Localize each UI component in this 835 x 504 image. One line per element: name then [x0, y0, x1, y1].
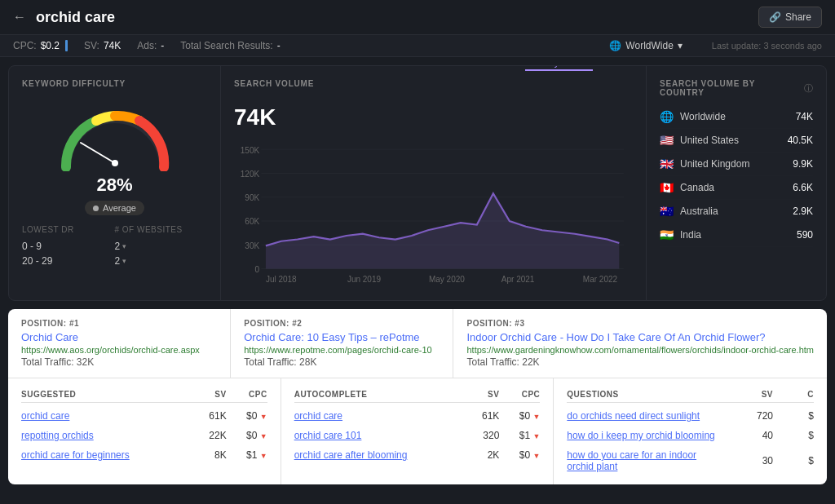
country-list: 🌐 Worldwide 74K 🇺🇸 United States 40.5K 🇬…: [660, 105, 813, 247]
svg-text:0: 0: [255, 265, 260, 274]
gauge-svg: [58, 98, 172, 171]
cpc-value: $1 ▼: [499, 430, 540, 441]
svg-text:120K: 120K: [241, 170, 260, 179]
average-badge: Average: [85, 201, 144, 215]
svg-text:60K: 60K: [245, 217, 259, 226]
suggested-section: SUGGESTED SV CPC orchid care 61K $0 ▼ re…: [8, 378, 281, 484]
cpc-value: $: [773, 430, 814, 441]
dr-row: 0 - 9 2 ▾: [22, 239, 207, 254]
svg-text:Mar 2022: Mar 2022: [583, 275, 618, 284]
country-row: 🇦🇺 Australia 2.9K: [660, 200, 813, 223]
cpc-value: $0 ▼: [227, 410, 267, 422]
avg-dot: [93, 206, 99, 211]
bottom-section: POSITION: #1 Orchid Care https://www.aos…: [8, 309, 827, 484]
position-traffic: Total Traffic: 22K: [466, 356, 814, 368]
sv-value: 720: [724, 410, 773, 422]
table-row: orchid care 61K $0 ▼: [294, 406, 541, 426]
table-row: orchid care for beginners 8K $1 ▼: [21, 445, 267, 465]
share-button[interactable]: 🔗 Share: [758, 7, 822, 28]
table-row: repotting orchids 22K $0 ▼: [21, 426, 267, 445]
cpc-value: $0 ▼: [499, 410, 540, 422]
keyword-link[interactable]: orchid care: [294, 410, 451, 422]
chevron-down-icon: ▾: [678, 40, 683, 51]
positions-row: POSITION: #1 Orchid Care https://www.aos…: [8, 309, 827, 378]
country-row: 🇨🇦 Canada 6.6K: [660, 176, 813, 200]
keyword-link[interactable]: orchid care 101: [294, 430, 451, 441]
trend-arrow: ▼: [260, 452, 267, 460]
cpc-value: $: [773, 455, 814, 466]
dr-table-header: LOWEST DR # OF WEBSITES: [22, 225, 207, 234]
main-top-grid: KEYWORD DIFFICULTY 28% Average: [8, 65, 827, 301]
country-flag: 🌐: [660, 110, 674, 123]
sv-number: 74K: [234, 104, 633, 130]
keyword-link[interactable]: how do i keep my orchid blooming: [567, 430, 724, 441]
svg-text:Jun 2019: Jun 2019: [347, 275, 381, 284]
questions-section: QUESTIONS SV C do orchids need direct su…: [554, 378, 827, 484]
sv-value: 40: [724, 430, 773, 441]
sv-value: 61K: [450, 410, 499, 422]
sv-stat: SV: 74K: [84, 40, 121, 51]
country-flag: 🇦🇺: [660, 205, 674, 218]
tab-monthly[interactable]: Monthly Search: [525, 65, 593, 71]
table-row: orchid care after blooming 2K $0 ▼: [294, 445, 541, 465]
gauge-percent: 28%: [96, 175, 132, 196]
autocomplete-rows: orchid care 61K $0 ▼ orchid care 101 320…: [294, 406, 541, 465]
country-flag: 🇺🇸: [660, 134, 674, 147]
total-stat: Total Search Results: -: [180, 40, 280, 51]
position-title[interactable]: Orchid Care: 10 Easy Tips – rePotme: [244, 331, 419, 343]
country-flag: 🇬🇧: [660, 157, 674, 170]
sv-tabs: Monthly Search Trends: [525, 65, 633, 71]
trend-arrow: ▼: [532, 452, 540, 460]
sv-title: SEARCH VOLUME: [234, 79, 314, 88]
suggested-header: SUGGESTED SV CPC: [21, 387, 267, 403]
top-right-actions: 🔗 Share: [758, 7, 822, 28]
sv-value: 320: [450, 430, 499, 441]
dr-count: 2 ▾: [115, 255, 208, 267]
tab-trends[interactable]: Trends: [603, 65, 633, 71]
last-update-label: Last update: 3 seconds ago: [712, 41, 822, 51]
keyword-link[interactable]: orchid care: [21, 410, 178, 422]
autocomplete-header: AUTOCOMPLETE SV CPC: [294, 387, 541, 403]
position-title[interactable]: Orchid Care: [21, 331, 78, 343]
position-title[interactable]: Indoor Orchid Care - How Do I Take Care …: [466, 331, 765, 343]
kd-title: KEYWORD DIFFICULTY: [22, 79, 207, 88]
svg-point-1: [112, 160, 118, 166]
country-name: Worldwide: [680, 111, 789, 122]
trend-arrow: ▼: [532, 413, 540, 421]
country-name: Australia: [680, 206, 786, 217]
position-traffic: Total Traffic: 28K: [244, 356, 440, 368]
position-label: POSITION: #2: [244, 319, 440, 328]
country-value: 74K: [796, 111, 813, 122]
sv-value: 61K: [178, 410, 227, 422]
country-row: 🇺🇸 United States 40.5K: [660, 129, 813, 153]
svg-text:Apr 2021: Apr 2021: [501, 275, 535, 284]
cpc-value: $0 ▼: [227, 430, 267, 441]
ads-stat: Ads: -: [137, 40, 164, 51]
svg-text:90K: 90K: [245, 193, 259, 202]
search-volume-panel: SEARCH VOLUME Monthly Search Trends 74K …: [221, 66, 647, 300]
position-traffic: Total Traffic: 32K: [21, 356, 217, 368]
dr-table: LOWEST DR # OF WEBSITES 0 - 9 2 ▾ 20 - 2…: [22, 225, 207, 268]
trend-arrow: ▼: [260, 432, 267, 440]
keyword-link[interactable]: how do you care for an indoor orchid pla…: [567, 449, 724, 472]
country-value: 590: [797, 229, 813, 241]
sv-value: 8K: [178, 449, 227, 461]
questions-rows: do orchids need direct sunlight 720 $ ho…: [567, 406, 814, 476]
suggested-rows: orchid care 61K $0 ▼ repotting orchids 2…: [21, 406, 267, 465]
svg-text:May 2020: May 2020: [429, 275, 465, 284]
back-button[interactable]: ←: [13, 10, 26, 24]
autocomplete-section: AUTOCOMPLETE SV CPC orchid care 61K $0 ▼…: [281, 378, 554, 484]
keyword-link[interactable]: orchid care after blooming: [294, 449, 451, 461]
table-row: how do i keep my orchid blooming 40 $: [567, 426, 814, 445]
worldwide-selector[interactable]: 🌐 WorldWide ▾: [609, 40, 682, 51]
keyword-link[interactable]: repotting orchids: [21, 430, 178, 441]
keyword-link[interactable]: do orchids need direct sunlight: [567, 410, 724, 422]
chevron-down-icon: ▾: [122, 242, 126, 250]
keyword-link[interactable]: orchid care for beginners: [21, 449, 178, 461]
dr-row: 20 - 29 2 ▾: [22, 254, 207, 268]
country-panel: SEARCH VOLUME BY COUNTRY ⓘ 🌐 Worldwide 7…: [647, 66, 826, 300]
table-row: orchid care 101 320 $1 ▼: [294, 426, 541, 445]
country-name: United States: [680, 135, 781, 146]
cpc-value: $: [773, 410, 814, 422]
volume-chart: 150K 120K 90K 60K 30K 0 Jul 2018 Jun 201…: [234, 140, 633, 287]
